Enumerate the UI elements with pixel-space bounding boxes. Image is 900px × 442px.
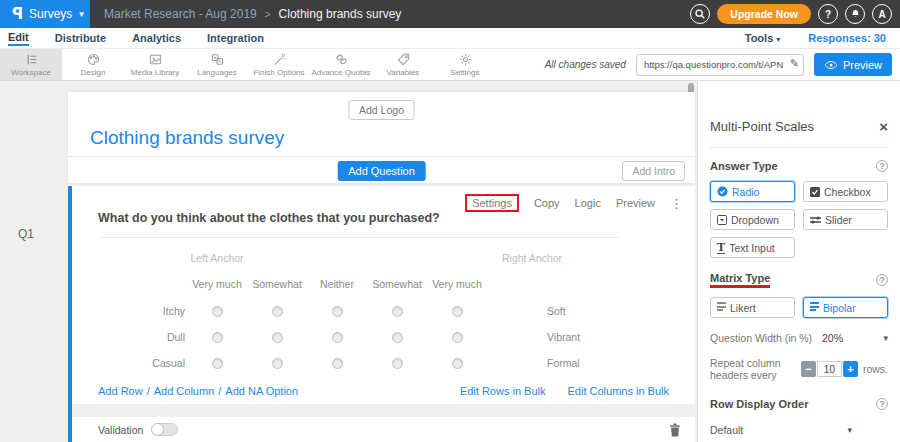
svg-text:A: A: [218, 59, 222, 64]
answer-type-slider[interactable]: Slider: [803, 209, 888, 230]
tab-edit[interactable]: Edit: [8, 31, 29, 46]
panel-title: Multi-Point Scales: [710, 119, 814, 134]
tab-analytics[interactable]: Analytics: [132, 32, 181, 44]
radio-button[interactable]: [452, 358, 463, 369]
responses-link[interactable]: Responses: 30: [808, 32, 886, 44]
question-copy-link[interactable]: Copy: [534, 197, 560, 209]
row-left-label[interactable]: Dull: [92, 324, 187, 350]
radio-button[interactable]: [272, 358, 283, 369]
radio-button[interactable]: [212, 358, 223, 369]
card-gap: [72, 404, 695, 417]
decrement-button[interactable]: −: [801, 361, 816, 377]
toolbar-item-finish-options[interactable]: Finish Options: [248, 49, 310, 80]
row-right-label[interactable]: Soft: [487, 298, 627, 324]
breadcrumb-folder-link[interactable]: Market Research - Aug 2019: [104, 7, 257, 21]
matrix-type-bipolar[interactable]: Bipolar: [803, 297, 888, 318]
edit-url-pencil-icon[interactable]: ✎: [790, 57, 799, 70]
chevron-down-icon[interactable]: ▾: [883, 333, 888, 343]
edit-rows-bulk-link[interactable]: Edit Rows in Bulk: [460, 385, 546, 397]
answer-type-text-input[interactable]: T Text Input: [710, 237, 795, 258]
row-left-label[interactable]: Itchy: [92, 298, 187, 324]
search-button[interactable]: [690, 4, 710, 24]
column-header[interactable]: Neither: [307, 270, 367, 298]
help-icon[interactable]: ?: [876, 274, 888, 286]
notifications-button[interactable]: [845, 4, 865, 24]
tools-menu[interactable]: Tools ▾: [745, 32, 781, 44]
answer-type-radio[interactable]: Radio: [710, 181, 795, 202]
question-body: Settings Copy Logic Preview ⋮ What do yo…: [72, 186, 695, 404]
toggle-knob: [151, 423, 164, 436]
row-left-label[interactable]: Casual: [92, 350, 187, 376]
help-button[interactable]: ?: [818, 4, 838, 24]
trash-icon: [669, 423, 681, 437]
tab-distribute[interactable]: Distribute: [55, 32, 106, 44]
question-settings-link[interactable]: Settings: [465, 194, 519, 212]
question-text[interactable]: What do you think about the clothes that…: [98, 211, 440, 225]
column-header[interactable]: Very much: [427, 270, 487, 298]
toolbar-item-settings[interactable]: Settings: [434, 49, 496, 80]
radio-button[interactable]: [392, 332, 403, 343]
radio-button[interactable]: [392, 306, 403, 317]
radio-button[interactable]: [272, 306, 283, 317]
tab-integration[interactable]: Integration: [207, 32, 264, 44]
row-right-label[interactable]: Formal: [487, 350, 627, 376]
radio-button[interactable]: [332, 306, 343, 317]
add-question-button[interactable]: Add Question: [337, 161, 426, 181]
column-header[interactable]: Somewhat: [247, 270, 307, 298]
radio-button[interactable]: [452, 332, 463, 343]
column-header[interactable]: Very much: [187, 270, 247, 298]
option-label: Likert: [730, 302, 756, 314]
help-icon[interactable]: ?: [876, 398, 888, 410]
preview-button[interactable]: Preview: [814, 53, 892, 76]
product-switcher[interactable]: P Surveys ▾: [0, 0, 90, 28]
toolbar-item-languages[interactable]: A Languages: [186, 49, 248, 80]
answer-type-checkbox[interactable]: Checkbox: [803, 181, 888, 202]
matrix-cell: [427, 350, 487, 376]
row-display-select[interactable]: Default ▾: [710, 424, 852, 436]
question-number: Q1: [18, 227, 34, 241]
toolbar-item-media-library[interactable]: Media Library: [124, 49, 186, 80]
matrix-spacer: [307, 246, 367, 270]
question-width-value[interactable]: 20%: [822, 332, 843, 344]
account-avatar[interactable]: A: [872, 4, 892, 24]
add-na-option-link[interactable]: Add NA Option: [225, 385, 298, 397]
question-logic-link[interactable]: Logic: [575, 197, 601, 209]
survey-title[interactable]: Clothing brands survey: [90, 127, 284, 149]
add-logo-button[interactable]: Add Logo: [348, 100, 415, 120]
answer-type-dropdown[interactable]: Dropdown: [710, 209, 795, 230]
edit-columns-bulk-link[interactable]: Edit Columns in Bulk: [568, 385, 670, 397]
matrix-type-likert[interactable]: Likert: [710, 297, 795, 318]
toolbar-item-design[interactable]: Design: [62, 49, 124, 80]
delete-question-button[interactable]: [669, 423, 681, 437]
question-settings-panel: Multi-Point Scales × Answer Type ? Radio…: [697, 81, 900, 442]
radio-button[interactable]: [332, 332, 343, 343]
help-icon[interactable]: ?: [876, 160, 888, 172]
toolbar-item-advance-quotas[interactable]: Advance Quotas: [310, 49, 372, 80]
survey-url-input[interactable]: [636, 54, 804, 76]
column-header[interactable]: Somewhat: [367, 270, 427, 298]
repeat-headers-value[interactable]: 10: [817, 361, 842, 377]
validation-toggle[interactable]: [151, 423, 178, 436]
radio-button[interactable]: [212, 332, 223, 343]
radio-button[interactable]: [212, 306, 223, 317]
radio-button[interactable]: [452, 306, 463, 317]
radio-button[interactable]: [272, 332, 283, 343]
increment-button[interactable]: +: [843, 361, 858, 377]
checkbox-icon: [810, 187, 820, 197]
upgrade-now-button[interactable]: Upgrade Now: [717, 4, 811, 24]
tag-icon: [396, 52, 411, 67]
question-actions: Settings Copy Logic Preview ⋮: [465, 194, 683, 212]
toolbar-item-variables[interactable]: Variables: [372, 49, 434, 80]
add-column-link[interactable]: Add Column: [154, 385, 215, 397]
close-icon[interactable]: ×: [879, 119, 888, 134]
option-label: Checkbox: [824, 186, 871, 198]
radio-button[interactable]: [332, 358, 343, 369]
row-right-label[interactable]: Vibrant: [487, 324, 627, 350]
question-preview-link[interactable]: Preview: [616, 197, 655, 209]
add-row-link[interactable]: Add Row: [98, 385, 143, 397]
likert-bars-icon: [717, 302, 726, 313]
add-intro-button[interactable]: Add Intro: [622, 161, 685, 181]
toolbar-item-workspace[interactable]: Workspace: [0, 49, 62, 80]
kebab-menu-icon[interactable]: ⋮: [670, 196, 683, 211]
radio-button[interactable]: [392, 358, 403, 369]
